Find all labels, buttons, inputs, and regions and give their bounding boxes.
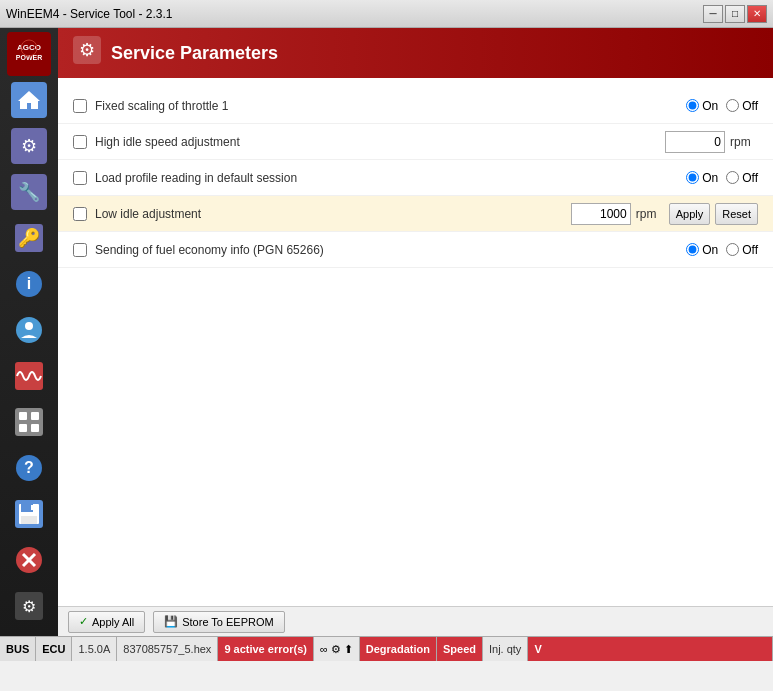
- svg-rect-28: [31, 505, 34, 510]
- sidebar-item-tools[interactable]: 🔧: [7, 170, 51, 214]
- load-profile-label: Load profile reading in default session: [95, 171, 686, 185]
- info-icon: i: [11, 266, 47, 302]
- svg-text:⚙: ⚙: [21, 136, 37, 156]
- fixed-scaling-on-item[interactable]: On: [686, 99, 718, 113]
- status-degradation: Degradation: [360, 637, 437, 661]
- status-icon-gear: ⚙: [331, 643, 341, 656]
- svg-text:i: i: [27, 275, 31, 292]
- sidebar-item-grid[interactable]: [7, 400, 51, 444]
- store-eeprom-button[interactable]: 💾 Store To EEPROM: [153, 611, 285, 633]
- sidebar-item-cancel[interactable]: [7, 538, 51, 582]
- close-button[interactable]: ✕: [747, 5, 767, 23]
- sidebar-item-home[interactable]: [7, 78, 51, 122]
- svg-rect-19: [31, 412, 39, 420]
- status-last: V: [528, 637, 773, 661]
- load-profile-on-radio[interactable]: [686, 171, 699, 184]
- agco-logo-item[interactable]: AGCO POWER: [7, 32, 51, 76]
- load-profile-off-label: Off: [742, 171, 758, 185]
- fuel-economy-controls: On Off: [686, 243, 758, 257]
- svg-rect-20: [19, 424, 27, 432]
- home-icon: [11, 82, 47, 118]
- store-eeprom-label: Store To EEPROM: [182, 616, 274, 628]
- title-bar: WinEEM4 - Service Tool - 2.3.1 ─ □ ✕: [0, 0, 773, 28]
- low-idle-controls: rpm Apply Reset: [571, 203, 758, 225]
- fuel-economy-off-label: Off: [742, 243, 758, 257]
- load-profile-on-label: On: [702, 171, 718, 185]
- inj-qty-label: Inj. qty: [489, 643, 521, 655]
- fixed-scaling-off-label: Off: [742, 99, 758, 113]
- bus-label: BUS: [6, 643, 29, 655]
- svg-text:?: ?: [24, 459, 34, 476]
- grid-icon: [11, 404, 47, 440]
- high-idle-checkbox[interactable]: [73, 135, 87, 149]
- sidebar: AGCO POWER ⚙: [0, 28, 58, 636]
- fuel-economy-on-radio[interactable]: [686, 243, 699, 256]
- status-version: 1.5.0A: [72, 637, 117, 661]
- svg-rect-21: [31, 424, 39, 432]
- ecu-label: ECU: [42, 643, 65, 655]
- last-label: V: [534, 643, 541, 655]
- sidebar-item-info[interactable]: i: [7, 262, 51, 306]
- fuel-economy-off-item[interactable]: Off: [726, 243, 758, 257]
- status-filename: 837085757_5.hex: [117, 637, 218, 661]
- status-icon-upload: ⬆: [344, 643, 353, 656]
- status-icons: ∞ ⚙ ⬆: [314, 637, 360, 661]
- wave-icon: [11, 358, 47, 394]
- maximize-button[interactable]: □: [725, 5, 745, 23]
- sidebar-item-bottom-settings[interactable]: ⚙: [7, 584, 51, 628]
- service-params-icon: ⚙: [73, 36, 101, 70]
- gear-icon: ⚙: [11, 128, 47, 164]
- load-profile-off-item[interactable]: Off: [726, 171, 758, 185]
- sidebar-item-settings[interactable]: ⚙: [7, 124, 51, 168]
- sidebar-item-key[interactable]: 🔑: [7, 216, 51, 260]
- apply-all-check-icon: ✓: [79, 615, 88, 628]
- load-profile-checkbox[interactable]: [73, 171, 87, 185]
- status-ecu: ECU: [36, 637, 72, 661]
- svg-text:⚙: ⚙: [79, 40, 95, 60]
- param-row-fuel-economy: Sending of fuel economy info (PGN 65266)…: [58, 232, 773, 268]
- apply-button[interactable]: Apply: [669, 203, 711, 225]
- fixed-scaling-label: Fixed scaling of throttle 1: [95, 99, 686, 113]
- high-idle-label: High idle speed adjustment: [95, 135, 665, 149]
- fixed-scaling-on-radio[interactable]: [686, 99, 699, 112]
- low-idle-checkbox[interactable]: [73, 207, 87, 221]
- param-row-load-profile: Load profile reading in default session …: [58, 160, 773, 196]
- high-idle-unit: rpm: [730, 135, 758, 149]
- apply-all-button[interactable]: ✓ Apply All: [68, 611, 145, 633]
- svg-rect-17: [15, 408, 43, 436]
- reset-button[interactable]: Reset: [715, 203, 758, 225]
- fixed-scaling-controls: On Off: [686, 99, 758, 113]
- fuel-economy-on-item[interactable]: On: [686, 243, 718, 257]
- speed-label: Speed: [443, 643, 476, 655]
- status-speed: Speed: [437, 637, 483, 661]
- sidebar-item-help[interactable]: ?: [7, 446, 51, 490]
- high-idle-input[interactable]: [665, 131, 725, 153]
- bottom-settings-icon: ⚙: [11, 588, 47, 624]
- svg-rect-27: [21, 516, 37, 524]
- key-icon: 🔑: [11, 220, 47, 256]
- svg-text:🔧: 🔧: [18, 181, 41, 203]
- save-icon: [11, 496, 47, 532]
- sidebar-item-wave[interactable]: [7, 354, 51, 398]
- bottom-toolbar: ✓ Apply All 💾 Store To EEPROM: [58, 606, 773, 636]
- fixed-scaling-off-item[interactable]: Off: [726, 99, 758, 113]
- svg-text:POWER: POWER: [16, 54, 42, 61]
- sidebar-item-person[interactable]: [7, 308, 51, 352]
- status-icon-loop: ∞: [320, 643, 328, 655]
- fuel-economy-off-radio[interactable]: [726, 243, 739, 256]
- wrench-icon: 🔧: [11, 174, 47, 210]
- low-idle-input[interactable]: [571, 203, 631, 225]
- param-row-fixed-scaling: Fixed scaling of throttle 1 On Off: [58, 88, 773, 124]
- fixed-scaling-checkbox[interactable]: [73, 99, 87, 113]
- minimize-button[interactable]: ─: [703, 5, 723, 23]
- fixed-scaling-off-radio[interactable]: [726, 99, 739, 112]
- load-profile-off-radio[interactable]: [726, 171, 739, 184]
- svg-point-15: [25, 322, 33, 330]
- low-idle-unit: rpm: [636, 207, 664, 221]
- fuel-economy-checkbox[interactable]: [73, 243, 87, 257]
- load-profile-on-item[interactable]: On: [686, 171, 718, 185]
- params-area: Fixed scaling of throttle 1 On Off High …: [58, 78, 773, 606]
- sidebar-item-save[interactable]: [7, 492, 51, 536]
- status-inj-qty: Inj. qty: [483, 637, 528, 661]
- param-row-high-idle: High idle speed adjustment rpm: [58, 124, 773, 160]
